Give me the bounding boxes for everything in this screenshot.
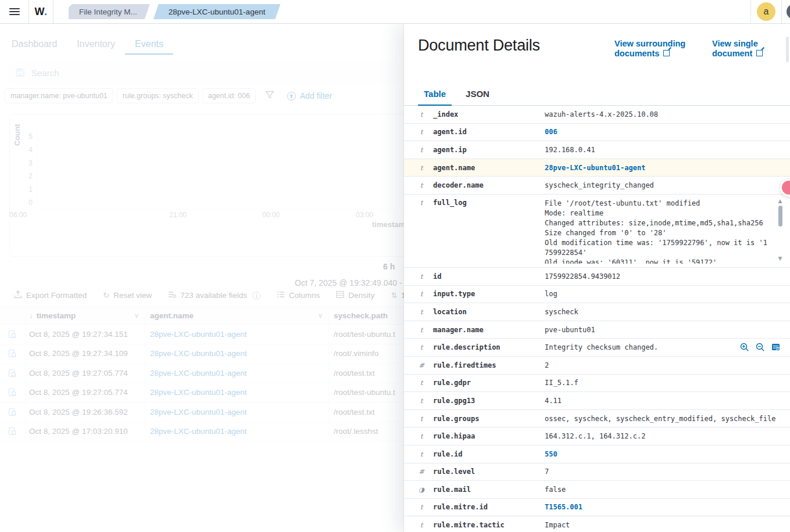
field-value: Impact — [545, 521, 570, 529]
field-name: _index — [433, 110, 545, 118]
field-type-icon: t — [417, 343, 426, 351]
filter-for-value-icon[interactable] — [740, 343, 749, 352]
field-type-icon: t — [417, 290, 426, 298]
field-value: 192.168.0.41 — [545, 146, 595, 154]
user-avatar[interactable]: a — [757, 2, 775, 21]
panel-scrollbar-thumb[interactable] — [786, 37, 789, 62]
field-row: t manager.name pve-ubuntu01 — [404, 321, 790, 339]
field-type-icon: ◑ — [417, 486, 426, 494]
scroll-down-icon[interactable]: ▼ — [778, 256, 782, 261]
field-actions — [740, 343, 782, 352]
field-name: rule.description — [433, 343, 545, 351]
field-value: syscheck — [545, 308, 578, 316]
field-value: pve-ubuntu01 — [545, 326, 595, 334]
document-details-flyout: Document Details View surrounding docume… — [404, 24, 790, 532]
popout-icon — [663, 50, 670, 56]
field-name: rule.firedtimes — [433, 361, 545, 369]
field-value[interactable]: 28pve-LXC-ubuntu01-agent — [545, 164, 645, 172]
scroll-up-icon[interactable]: ▲ — [778, 198, 782, 204]
menu-button[interactable] — [0, 0, 29, 23]
field-name: agent.ip — [433, 146, 545, 154]
detail-tab[interactable]: JSON — [460, 83, 495, 106]
field-name: rule.mitre.tactic — [433, 521, 545, 529]
field-value: II_5.1.f — [545, 379, 578, 387]
field-value[interactable]: 550 — [545, 450, 557, 458]
field-type-icon: # — [417, 468, 426, 476]
field-value: ossec, syscheck, syscheck_entry_modified… — [545, 415, 775, 423]
detail-view-tabs: Table JSON — [404, 83, 790, 106]
field-row: # rule.firedtimes 2 — [404, 357, 790, 375]
breadcrumb-agent[interactable]: 28pve-LXC-ubuntu01-agent — [153, 4, 281, 19]
field-name: full_log — [433, 199, 545, 207]
document-links: View surrounding documents View single d… — [614, 37, 773, 59]
field-type-icon: t — [417, 397, 426, 405]
field-name: input.type — [433, 290, 545, 298]
field-name: rule.groups — [433, 415, 545, 423]
field-row: t rule.hipaa 164.312.c.1, 164.312.c.2 — [404, 427, 790, 445]
field-type-icon: t — [417, 415, 426, 423]
field-type-icon: t — [417, 199, 426, 207]
field-name: rule.hipaa — [433, 432, 545, 440]
field-value: false — [545, 486, 566, 494]
field-value: log — [545, 290, 557, 298]
field-name: manager.name — [433, 326, 545, 334]
field-row: t location syscheck — [404, 303, 790, 321]
field-value: File '/root/test-ubuntu.txt' modified Mo… — [545, 199, 767, 264]
field-value: 7 — [545, 468, 549, 476]
popout-icon — [756, 50, 763, 56]
document-fields-table: t _index wazuh-alerts-4.x-2025.10.08 t a… — [404, 106, 790, 532]
field-row: t agent.ip 192.168.0.41 — [404, 141, 790, 159]
field-name: agent.name — [433, 164, 545, 172]
field-value: wazuh-alerts-4.x-2025.10.08 — [545, 110, 658, 118]
field-type-icon: t — [417, 128, 426, 136]
field-value: 2 — [545, 361, 549, 369]
field-name: id — [433, 272, 545, 281]
top-navigation-bar: W. File Integrity M... 28pve-LXC-ubuntu0… — [0, 0, 790, 24]
field-name: rule.mail — [433, 486, 545, 494]
filter-out-value-icon[interactable] — [756, 343, 765, 352]
field-value: 4.11 — [545, 397, 562, 405]
field-type-icon: t — [417, 146, 426, 154]
divider — [750, 0, 751, 23]
field-name: rule.gpg13 — [433, 397, 545, 405]
view-surrounding-documents-link[interactable]: View surrounding documents — [614, 39, 695, 59]
field-value[interactable]: T1565.001 — [545, 503, 582, 511]
breadcrumb: File Integrity M... 28pve-LXC-ubuntu01-a… — [69, 4, 280, 19]
view-single-document-link[interactable]: View single document — [712, 39, 773, 59]
field-name: rule.mitre.id — [433, 503, 545, 511]
field-type-icon: t — [417, 308, 426, 316]
field-row: t input.type log — [404, 286, 790, 304]
field-row: t _index wazuh-alerts-4.x-2025.10.08 — [404, 106, 790, 124]
field-type-icon: t — [417, 110, 426, 118]
breadcrumb-module[interactable]: File Integrity M... — [69, 4, 150, 19]
field-row: # rule.level 7 — [404, 463, 790, 481]
field-name: location — [433, 308, 545, 316]
field-row: t full_log File '/root/test-ubuntu.txt' … — [404, 195, 790, 268]
field-row: t rule.gpg13 4.11 — [404, 392, 790, 410]
field-name: decoder.name — [433, 181, 545, 189]
field-row: t decoder.name syscheck_integrity_change… — [404, 177, 790, 195]
field-row: t id 1759922854.9439012 — [404, 268, 790, 286]
field-row: t rule.gdpr II_5.1.f — [404, 375, 790, 393]
field-value: syscheck_integrity_changed — [545, 181, 654, 189]
flyout-title: Document Details — [418, 37, 540, 55]
field-value: 1759922854.9439012 — [545, 272, 620, 281]
field-row: ◑ rule.mail false — [404, 481, 790, 499]
field-type-icon: t — [417, 503, 426, 511]
wazuh-app: Dashboard Inventory Events manager.name:… — [0, 0, 790, 532]
toggle-column-icon[interactable] — [771, 343, 781, 352]
scroll-thumb[interactable] — [778, 206, 782, 227]
field-row: t rule.groups ossec, syscheck, syscheck_… — [404, 410, 790, 428]
field-type-icon: t — [417, 432, 426, 440]
field-type-icon: t — [417, 326, 426, 334]
hamburger-icon — [9, 8, 20, 16]
field-value[interactable]: 006 — [545, 128, 557, 136]
field-value: Integrity checksum changed. — [545, 343, 658, 351]
wazuh-logo[interactable]: W. — [29, 0, 53, 23]
partial-header-icon[interactable] — [787, 4, 790, 19]
field-row: t agent.id 006 — [404, 124, 790, 142]
detail-tab[interactable]: Table — [418, 83, 452, 106]
value-scrollbar[interactable]: ▲ ▼ — [776, 198, 784, 261]
field-name: rule.id — [433, 450, 545, 458]
field-type-icon: t — [417, 272, 426, 281]
